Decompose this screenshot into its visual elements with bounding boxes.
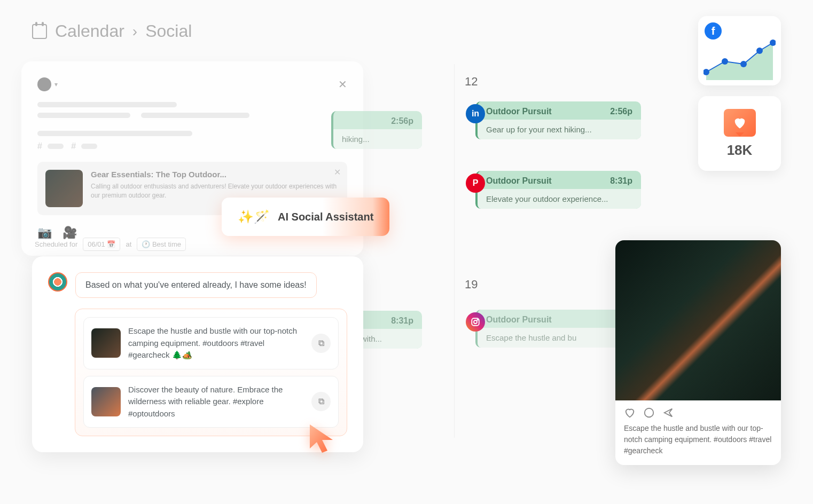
pinterest-icon: P — [466, 174, 485, 193]
schedule-time[interactable]: 🕐 Best time — [137, 238, 186, 251]
preview-image — [615, 240, 781, 400]
attachment-title: Gear Essentials: The Top Outdoor... — [91, 170, 339, 179]
event-title: Outdoor Pursuit — [486, 107, 552, 116]
svg-point-2 — [477, 319, 478, 320]
svg-point-6 — [756, 48, 763, 54]
likes-count: 18K — [727, 142, 753, 159]
share-icon[interactable] — [662, 407, 674, 419]
schedule-at: at — [126, 240, 131, 248]
comment-icon[interactable] — [643, 407, 655, 419]
ai-assistant-button[interactable]: ✨🪄 AI Social Assistant — [222, 198, 389, 236]
skeleton-tag — [48, 144, 64, 149]
skeleton-line — [37, 102, 177, 107]
calendar-icon — [32, 24, 47, 39]
assistant-intro: Based on what you've entered already, I … — [75, 272, 317, 298]
svg-point-1 — [474, 320, 477, 324]
suggestion-thumbnail — [91, 387, 121, 416]
event-time: 2:56p — [610, 107, 632, 116]
facebook-stats-card[interactable]: f — [698, 16, 781, 85]
remove-attachment-icon[interactable]: ✕ — [334, 167, 341, 177]
skeleton-tag — [81, 144, 97, 149]
chevron-down-icon[interactable]: ▾ — [54, 81, 58, 88]
instagram-icon — [466, 312, 485, 332]
schedule-date[interactable]: 06/01 📅 — [83, 238, 120, 251]
suggestion-thumbnail — [91, 328, 121, 358]
suggestion-text: Discover the beauty of nature. Embrace t… — [128, 384, 304, 420]
preview-caption: Escape the hustle and bustle with our to… — [615, 423, 781, 465]
attachment-thumbnail — [45, 170, 83, 207]
svg-point-4 — [722, 58, 728, 65]
close-icon[interactable]: ✕ — [338, 78, 347, 91]
skeleton-line — [141, 113, 249, 118]
svg-point-8 — [645, 408, 654, 418]
suggestion-card[interactable]: Discover the beauty of nature. Embrace t… — [83, 376, 339, 428]
copy-icon[interactable]: ⧉ — [311, 392, 331, 411]
schedule-row: Scheduled for 06/01 📅 at 🕐 Best time — [35, 238, 186, 251]
column-divider — [454, 64, 455, 438]
post-preview-card[interactable]: Escape the hustle and bustle with our to… — [615, 240, 781, 465]
suggestions-container: Escape the hustle and bustle with our to… — [75, 309, 347, 436]
event-title: Outdoor Pursuit — [486, 315, 552, 325]
event-body: Gear up for your next hiking... — [478, 120, 641, 139]
globe-icon[interactable] — [37, 77, 51, 91]
chevron-right-icon: › — [132, 23, 137, 40]
day-label-12: 12 — [465, 75, 478, 89]
likes-stats-card[interactable]: 18K — [698, 96, 781, 171]
svg-point-5 — [740, 61, 747, 67]
suggestion-card[interactable]: Escape the hustle and bustle with our to… — [83, 317, 339, 369]
calendar-event[interactable]: Outdoor Pursuit2:56p Gear up for your ne… — [475, 101, 641, 139]
event-body: hiking... — [333, 129, 422, 149]
scheduled-label: Scheduled for — [35, 240, 77, 248]
breadcrumb[interactable]: Calendar › Social — [32, 21, 192, 41]
suggestion-text: Escape the hustle and bustle with our to… — [128, 325, 304, 361]
sparkline-chart — [703, 35, 776, 80]
heart-outline-icon[interactable] — [624, 407, 636, 419]
copy-icon[interactable]: ⧉ — [311, 334, 331, 353]
magic-wand-icon: ✨🪄 — [238, 209, 270, 224]
event-title: Outdoor Pursuit — [486, 176, 552, 186]
day-label-19: 19 — [465, 278, 478, 292]
event-time: 2:56p — [391, 116, 413, 126]
linkedin-icon: in — [466, 104, 485, 123]
assistant-avatar — [48, 272, 67, 292]
calendar-event[interactable]: Outdoor Pursuit8:31p Elevate your outdoo… — [475, 171, 641, 209]
event-time: 8:31p — [610, 176, 632, 186]
event-time: 8:31p — [391, 316, 413, 326]
skeleton-line — [37, 113, 130, 118]
event-body: Elevate your outdoor experience... — [478, 189, 641, 209]
ai-button-label: AI Social Assistant — [278, 211, 373, 223]
breadcrumb-calendar[interactable]: Calendar — [55, 21, 124, 41]
skeleton-line — [37, 131, 192, 136]
calendar-event-partial[interactable]: 2:56p hiking... — [331, 111, 422, 149]
breadcrumb-social[interactable]: Social — [145, 21, 192, 41]
heart-icon — [724, 109, 756, 137]
cursor-icon — [307, 422, 339, 459]
